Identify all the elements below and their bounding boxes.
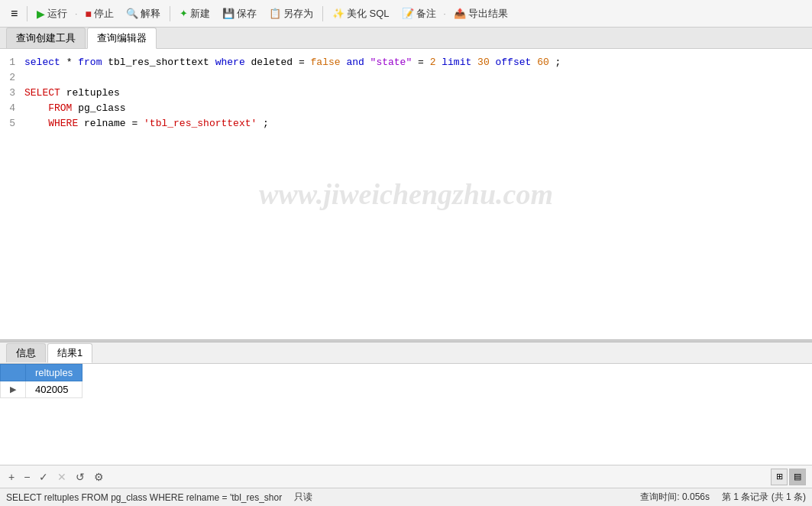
- add-row-button[interactable]: +: [6, 470, 17, 484]
- run-separator: ·: [75, 9, 77, 18]
- menu-icon[interactable]: ≡: [6, 5, 22, 22]
- editor-area: 1 select * from tbl_res_shorttext where …: [0, 49, 812, 339]
- line-content-1: select * from tbl_res_shorttext where de…: [24, 55, 812, 70]
- status-readonly: 只读: [294, 491, 312, 504]
- stop-label: 停止: [94, 7, 114, 21]
- line-number-3: 3: [0, 86, 24, 101]
- tab-info[interactable]: 信息: [6, 343, 46, 362]
- explain-label: 解释: [141, 7, 160, 21]
- toolbar-separator-3: [322, 6, 323, 21]
- line-content-2: [24, 70, 812, 86]
- list-view-button[interactable]: ▤: [789, 469, 806, 485]
- row-indicator: ▶: [1, 381, 26, 398]
- code-line-4: 4 FROM pg_class: [0, 101, 812, 116]
- save-icon: 💾: [222, 8, 235, 19]
- comment-label: 备注: [416, 7, 436, 21]
- saveas-label: 另存为: [283, 7, 313, 21]
- status-query-text: SELECT reltuples FROM pg_class WHERE rel…: [6, 492, 282, 503]
- save-label: 保存: [237, 7, 257, 21]
- code-line-5: 5 WHERE relname = 'tbl_res_shorttext' ;: [0, 116, 812, 131]
- run-label: 运行: [47, 7, 67, 21]
- editor-tabs: 查询创建工具 查询编辑器: [0, 28, 812, 49]
- cell-reltuples: 402005: [26, 381, 82, 398]
- beautify-label: 美化 SQL: [347, 7, 390, 21]
- code-editor[interactable]: 1 select * from tbl_res_shorttext where …: [0, 49, 812, 339]
- export-button[interactable]: 📤 导出结果: [449, 5, 513, 22]
- results-table: reltuples ▶ 402005: [0, 364, 82, 398]
- line-content-3: SELECT reltuples: [24, 86, 812, 101]
- beautify-icon: ✨: [332, 8, 345, 19]
- export-label: 导出结果: [468, 7, 508, 21]
- code-line-3: 3 SELECT reltuples: [0, 86, 812, 101]
- new-button[interactable]: ✦ 新建: [175, 5, 215, 22]
- comment-button[interactable]: 📝 备注: [397, 5, 441, 22]
- results-tabs: 信息 结果1: [0, 342, 812, 364]
- cancel-button[interactable]: ✕: [55, 470, 69, 484]
- toolbar-separator-2: [170, 6, 170, 21]
- line-content-4: FROM pg_class: [24, 101, 812, 116]
- main-toolbar: ≡ ▶ 运行 · ■ 停止 🔍 解释 ✦ 新建 💾 保存 📋 另存为 ✨ 美化 …: [0, 0, 812, 28]
- status-record-info: 第 1 条记录 (共 1 条): [722, 491, 806, 504]
- line-content-5: WHERE relname = 'tbl_res_shorttext' ;: [24, 116, 812, 131]
- stop-icon: ■: [85, 8, 91, 20]
- stop-button[interactable]: ■ 停止: [80, 5, 118, 22]
- status-query-time: 查询时间: 0.056s: [640, 491, 710, 504]
- tab-query-editor[interactable]: 查询编辑器: [87, 28, 157, 49]
- row-indicator-header: [1, 365, 26, 381]
- toolbar-separator-1: [27, 6, 27, 21]
- saveas-button[interactable]: 📋 另存为: [264, 5, 318, 22]
- export-icon: 📤: [454, 8, 466, 19]
- line-number-1: 1: [0, 55, 24, 70]
- explain-icon: 🔍: [126, 8, 138, 19]
- comment-icon: 📝: [402, 8, 414, 19]
- results-content[interactable]: reltuples ▶ 402005: [0, 364, 812, 465]
- line-number-4: 4: [0, 101, 24, 116]
- settings-button[interactable]: ⚙: [92, 470, 106, 484]
- line-number-2: 2: [0, 70, 24, 86]
- results-panel: 信息 结果1 reltuples ▶ 402005: [0, 342, 812, 465]
- new-label: 新建: [190, 7, 210, 21]
- beautify-button[interactable]: ✨ 美化 SQL: [328, 5, 394, 22]
- run-icon: ▶: [37, 8, 45, 20]
- tab-query-builder[interactable]: 查询创建工具: [6, 28, 86, 48]
- code-line-2: 2: [0, 70, 812, 86]
- column-header-reltuples: reltuples: [26, 365, 82, 381]
- bottom-toolbar: + − ✓ ✕ ↺ ⚙ ⊞ ▤: [0, 465, 812, 488]
- code-line-1: 1 select * from tbl_res_shorttext where …: [0, 55, 812, 70]
- save-button[interactable]: 💾 保存: [218, 5, 261, 22]
- status-bar: SELECT reltuples FROM pg_class WHERE rel…: [0, 488, 812, 506]
- comment-separator: ·: [444, 9, 446, 18]
- line-number-5: 5: [0, 116, 24, 131]
- grid-view-button[interactable]: ⊞: [771, 469, 788, 485]
- grid-icons: ⊞ ▤: [771, 469, 806, 485]
- saveas-icon: 📋: [269, 8, 281, 19]
- tab-result1[interactable]: 结果1: [47, 343, 92, 363]
- refresh-button[interactable]: ↺: [73, 470, 87, 484]
- confirm-button[interactable]: ✓: [37, 470, 50, 484]
- explain-button[interactable]: 🔍 解释: [121, 5, 165, 22]
- remove-row-button[interactable]: −: [21, 470, 32, 484]
- table-row: ▶ 402005: [1, 381, 82, 398]
- new-icon: ✦: [180, 8, 188, 19]
- run-button[interactable]: ▶ 运行: [32, 5, 72, 22]
